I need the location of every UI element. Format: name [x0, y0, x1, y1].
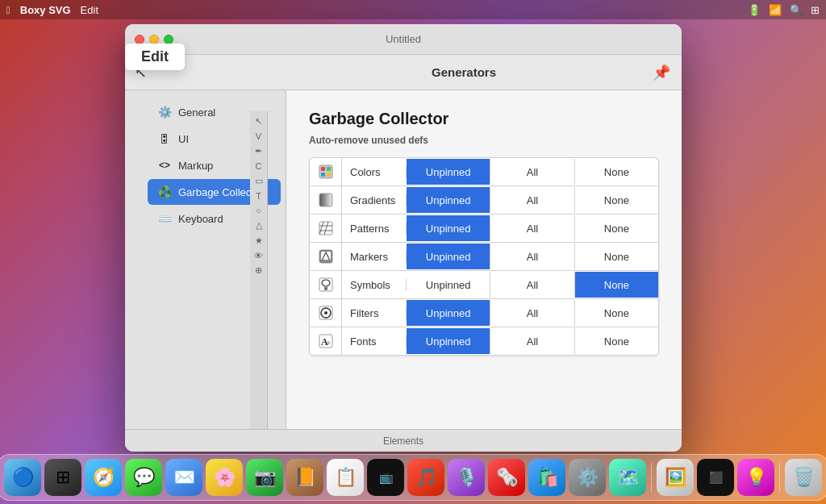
pin-icon[interactable]: 📌 — [653, 64, 670, 81]
left-tool-rect[interactable]: ▭ — [255, 176, 263, 186]
colors-buttons: Unpinned All None — [407, 159, 658, 185]
symbols-unpinned-btn[interactable]: Unpinned — [407, 272, 490, 298]
dock-spiral[interactable]: 💡 — [737, 459, 774, 496]
colors-none-btn[interactable]: None — [575, 159, 658, 185]
left-tool-pen[interactable]: ✒ — [255, 146, 262, 156]
left-tool-star[interactable]: ★ — [255, 235, 263, 246]
fonts-name: Fonts — [342, 335, 407, 348]
dock-divider-2 — [779, 463, 780, 492]
dock-preview[interactable]: 🖼️ — [657, 459, 694, 496]
svg-rect-4 — [327, 173, 331, 177]
left-tool-poly[interactable]: △ — [256, 220, 262, 231]
dock-news[interactable]: 🗞️ — [488, 459, 525, 496]
left-tool-zoom[interactable]: ⊕ — [255, 265, 262, 276]
filters-all-btn[interactable]: All — [490, 300, 574, 326]
gradients-unpinned-btn[interactable]: Unpinned — [407, 187, 490, 213]
control-center-icon[interactable]: ⊞ — [811, 4, 820, 16]
dock-facetime[interactable]: 📷 — [246, 459, 283, 496]
generators-button[interactable]: Generators — [432, 65, 496, 79]
dock-divider — [651, 463, 652, 492]
dock-messages[interactable]: 💬 — [125, 459, 162, 496]
gradients-none-btn[interactable]: None — [575, 187, 658, 213]
fonts-none-btn[interactable]: None — [575, 328, 658, 354]
traffic-lights — [135, 35, 173, 44]
left-tool-v[interactable]: V — [256, 131, 261, 141]
toolbar-right: 📌 — [641, 64, 682, 81]
titlebar: Untitled — [125, 24, 682, 55]
window-body: ↖ V ✒ C ▭ T ○ △ ★ 👁 ⊕ ⚙️ General 🎛 — [125, 90, 682, 429]
dock-mail[interactable]: ✉️ — [165, 459, 202, 496]
colors-unpinned-btn[interactable]: Unpinned — [407, 159, 490, 185]
section-label: Auto-remove unused defs — [309, 135, 659, 146]
close-button[interactable] — [135, 35, 144, 44]
bottom-bar: Elements — [125, 429, 682, 452]
left-tool-eye[interactable]: 👁 — [254, 251, 263, 260]
colors-all-btn[interactable]: All — [490, 159, 574, 185]
menubar:  Boxy SVG Edit 🔋 📶 🔍 ⊞ — [0, 0, 826, 19]
left-tool-circle[interactable]: ○ — [256, 206, 261, 215]
left-tool-curve[interactable]: C — [256, 161, 262, 171]
markers-none-btn[interactable]: None — [575, 244, 658, 269]
markers-unpinned-btn[interactable]: Unpinned — [407, 244, 490, 269]
markers-all-btn[interactable]: All — [490, 244, 574, 269]
search-icon[interactable]: 🔍 — [790, 4, 803, 16]
patterns-all-btn[interactable]: All — [490, 215, 574, 241]
bottom-bar-label: Elements — [383, 435, 423, 447]
patterns-name: Patterns — [342, 223, 407, 235]
app-name-menu[interactable]: Boxy SVG — [20, 4, 71, 16]
filters-buttons: Unpinned All None — [407, 300, 658, 326]
dock-reminders[interactable]: 📋 — [327, 459, 364, 496]
menubar-right: 🔋 📶 🔍 ⊞ — [748, 4, 820, 16]
dock-photos[interactable]: 🌸 — [206, 459, 243, 496]
table-row: Symbols Unpinned All None — [309, 270, 659, 298]
symbols-icon — [310, 271, 342, 298]
markers-icon — [310, 243, 342, 270]
apple-menu[interactable]:  — [6, 4, 10, 16]
patterns-icon — [310, 215, 342, 242]
dock-podcasts[interactable]: 🎙️ — [448, 459, 485, 496]
ui-label: UI — [178, 133, 189, 145]
fonts-unpinned-btn[interactable]: Unpinned — [407, 328, 490, 354]
dock-appletv[interactable]: 📺 — [367, 459, 404, 496]
window-title: Untitled — [386, 33, 421, 45]
dock-launchpad[interactable]: ⊞ — [44, 459, 81, 496]
filters-none-btn[interactable]: None — [575, 300, 658, 326]
dock-finder[interactable]: 🔵 — [4, 459, 41, 496]
colors-name: Colors — [342, 166, 407, 178]
dock-music[interactable]: 🎵 — [407, 459, 444, 496]
symbols-none-btn[interactable]: None — [575, 272, 658, 298]
dock-trash[interactable]: 🗑️ — [785, 459, 822, 496]
left-tool-text[interactable]: T — [256, 191, 261, 201]
dock-contacts[interactable]: 📙 — [286, 459, 323, 496]
fonts-all-btn[interactable]: All — [490, 328, 574, 354]
dock-safari[interactable]: 🧭 — [85, 459, 122, 496]
filters-name: Filters — [342, 307, 407, 319]
content-area: Garbage Collector Auto-remove unused def… — [286, 90, 682, 429]
table-row: Patterns Unpinned All None — [309, 214, 659, 242]
markup-icon: <> — [157, 160, 172, 171]
filters-unpinned-btn[interactable]: Unpinned — [407, 300, 490, 326]
sidebar: ↖ V ✒ C ▭ T ○ △ ★ 👁 ⊕ ⚙️ General 🎛 — [125, 90, 286, 429]
garbage-collector-icon: ♻️ — [157, 185, 172, 198]
markers-buttons: Unpinned All None — [407, 244, 658, 269]
table-row: Gradients Unpinned All None — [309, 185, 659, 214]
patterns-none-btn[interactable]: None — [575, 215, 658, 241]
dock-appstore[interactable]: 🛍️ — [528, 459, 565, 496]
dock-terminal[interactable]: ⬛ — [697, 459, 734, 496]
symbols-all-btn[interactable]: All — [490, 272, 574, 298]
gradients-all-btn[interactable]: All — [490, 187, 574, 213]
symbols-name: Symbols — [342, 279, 407, 291]
maximize-button[interactable] — [164, 35, 173, 44]
dock-systemprefs[interactable]: ⚙️ — [569, 459, 606, 496]
svg-text:a: a — [327, 338, 330, 346]
left-tool-arrow[interactable]: ↖ — [255, 116, 262, 127]
minimize-button[interactable] — [149, 35, 159, 44]
svg-rect-5 — [319, 194, 332, 206]
general-label: General — [178, 106, 215, 119]
gradients-name: Gradients — [342, 194, 407, 206]
filters-icon — [310, 299, 342, 327]
patterns-unpinned-btn[interactable]: Unpinned — [407, 215, 490, 241]
edit-menu[interactable]: Edit — [81, 4, 98, 16]
ui-icon: 🎛 — [157, 132, 172, 145]
dock-maps[interactable]: 🗺️ — [609, 459, 646, 496]
